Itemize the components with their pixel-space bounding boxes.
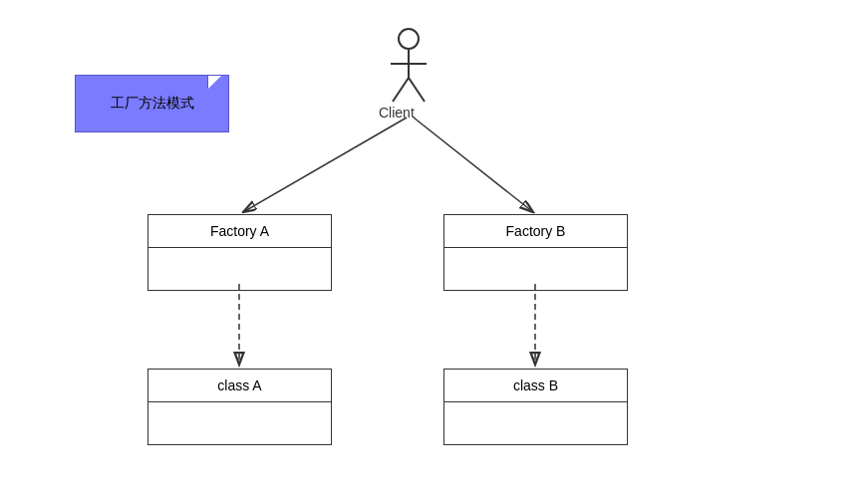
class-b-box: class B [443, 369, 628, 445]
class-a-title: class A [148, 370, 331, 402]
factory-a-box: Factory A [147, 214, 332, 291]
factory-a-title: Factory A [148, 215, 331, 248]
stick-body [389, 50, 429, 105]
diagram-canvas: 工厂方法模式 Client Factory A Factory B [0, 0, 868, 499]
factory-a-body [148, 248, 331, 290]
stick-head [398, 28, 420, 50]
client-to-factory-a-arrow [243, 118, 407, 212]
note-corner-inner [208, 76, 221, 89]
factory-b-body [444, 248, 627, 290]
svg-line-2 [393, 78, 409, 102]
factory-b-box: Factory B [443, 214, 628, 291]
class-b-body [444, 402, 627, 444]
svg-line-3 [409, 78, 425, 102]
class-a-body [148, 402, 331, 444]
note-label: 工厂方法模式 [111, 95, 194, 113]
factory-b-title: Factory B [444, 215, 627, 248]
class-a-box: class A [147, 369, 332, 445]
client-label: Client [379, 105, 415, 121]
stick-figure [389, 28, 429, 105]
client-to-factory-b-arrow [414, 118, 533, 212]
class-b-title: class B [444, 370, 627, 402]
note-box: 工厂方法模式 [75, 75, 229, 132]
